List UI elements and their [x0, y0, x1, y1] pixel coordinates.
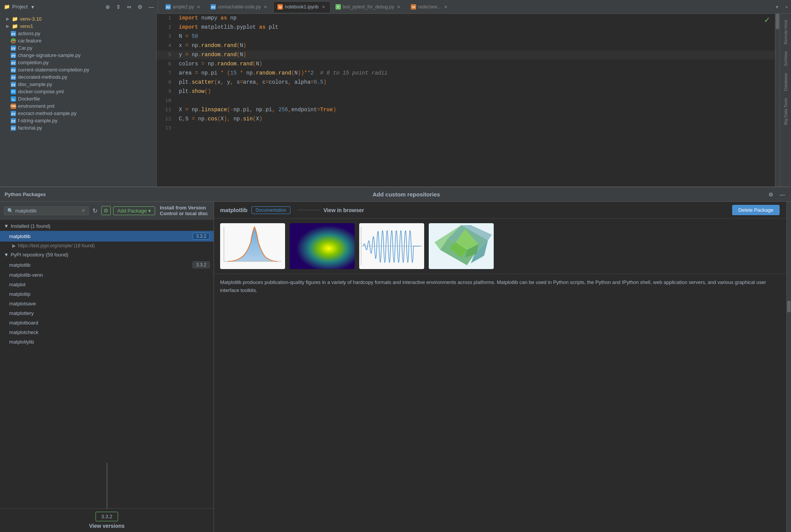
- tab-close-notebook[interactable]: ✕: [321, 4, 326, 10]
- tree-item-changesig[interactable]: py change-signature-sample.py: [0, 52, 156, 59]
- editor-scrollbar-thumb[interactable]: [776, 14, 779, 29]
- add-package-label: Add Package: [117, 208, 147, 214]
- tab-ample2[interactable]: py ample2.py ✕: [161, 1, 206, 13]
- version-box-value: 3.3.2: [101, 514, 112, 519]
- pkg-name-matplot: matplot: [9, 282, 210, 287]
- pkg-description-text: Matplotlib produces publication-quality …: [220, 279, 766, 293]
- search-input[interactable]: [15, 208, 79, 214]
- tab-close-pytest[interactable]: ✕: [396, 4, 402, 10]
- tab-notebook[interactable]: ip notebook1.ipynb ✕: [273, 1, 330, 13]
- tree-item-dockerfile[interactable]: 🐋 Dockerfile: [0, 95, 156, 102]
- pypi-group-header[interactable]: ▼ PyPI repository (59 found): [0, 250, 214, 260]
- project-dropdown-icon[interactable]: ▾: [30, 3, 36, 11]
- collapse-icon[interactable]: ⇔: [125, 3, 133, 11]
- svg-rect-4: [290, 223, 355, 269]
- pkg-item-matplotlib-installed[interactable]: matplotlib 3.3.2: [0, 231, 214, 242]
- code-line-1: 1 import numpy as np: [157, 14, 780, 23]
- sidebar-tab-database[interactable]: Database: [782, 70, 789, 94]
- pkg-item-matplotlip[interactable]: matplotlip: [0, 289, 214, 299]
- detail-header: matplotlib Documentation View in browser…: [214, 202, 791, 219]
- pkg-item-matplotboard[interactable]: matplotboard: [0, 318, 214, 328]
- pkg-item-matplot[interactable]: matplot: [0, 280, 214, 289]
- tab-pytest[interactable]: t test_pytest_for_debug.py ✕: [331, 1, 406, 13]
- tree-item-venv310[interactable]: ▶ 📁 venv-3.10: [0, 15, 156, 23]
- tree-label-venv310: venv-3.10: [20, 16, 42, 22]
- tabs-overflow-btn[interactable]: ▾: [773, 4, 781, 10]
- minimize-icon[interactable]: —: [147, 3, 156, 11]
- documentation-button[interactable]: Documentation: [251, 206, 291, 214]
- file-icon-carpy: py: [11, 45, 16, 51]
- file-icon-actions: py: [11, 31, 16, 36]
- tree-label-actions: actions.py: [18, 31, 41, 36]
- add-package-button[interactable]: Add Package ▾: [113, 206, 155, 215]
- version-box[interactable]: 3.3.2: [96, 512, 118, 521]
- package-detail-panel: matplotlib Documentation View in browser…: [214, 202, 791, 532]
- tree-item-currentstmt[interactable]: py current-statement-completion.py: [0, 66, 156, 73]
- file-icon-envyml: YML: [11, 104, 16, 109]
- detail-scrollbar[interactable]: [786, 202, 791, 532]
- pkg-item-matplotcheck[interactable]: matplotcheck: [0, 328, 214, 337]
- installed-group-header[interactable]: ▼ Installed (1 found): [0, 221, 214, 231]
- code-line-2: 2 import matplotlib.pyplot as plt: [157, 23, 780, 32]
- tree-item-fstring[interactable]: py f-string-sample.py: [0, 117, 156, 124]
- pkg-version-matplotlib-installed[interactable]: 3.3.2: [193, 233, 210, 240]
- code-line-8: 8 plt.scatter(x, y, s=area, c=colors, al…: [157, 78, 780, 87]
- tree-item-excract[interactable]: py excract-method-sample.py: [0, 110, 156, 117]
- tab-label-pytest: test_pytest_for_debug.py: [343, 4, 394, 10]
- tab-close-ample2[interactable]: ✕: [196, 4, 201, 10]
- editor-scrollbar[interactable]: [775, 14, 780, 187]
- tree-folder-icon-venv1: 📁: [12, 23, 18, 29]
- tree-item-carpy[interactable]: py Car.py: [0, 44, 156, 52]
- tree-label-carfeature: car.feature: [18, 38, 41, 44]
- gallery-img-heatmap: [290, 223, 355, 269]
- detail-scrollbar-thumb[interactable]: [787, 301, 791, 312]
- panel-content: 🔍 ✕ ↻ ⚙ Add Package ▾ Install from Versi…: [0, 202, 791, 532]
- panel-minimize-icon[interactable]: —: [778, 191, 786, 198]
- tree-item-decorated[interactable]: py decorated-methods.py: [0, 73, 156, 81]
- sidebar-tab-big-data[interactable]: Big Data Tools: [782, 95, 789, 128]
- tree-item-completion[interactable]: py completion.py: [0, 59, 156, 66]
- tree-label-envyml: environment.yml: [18, 103, 54, 109]
- file-icon-carfeature: 🚗: [11, 38, 16, 44]
- pkg-item-matplotsave[interactable]: matplotsave: [0, 299, 214, 308]
- pkg-version-matplotlib-pypi[interactable]: 3.3.2: [193, 261, 210, 268]
- tab-close-unreachable[interactable]: ✕: [263, 4, 268, 10]
- file-icon-dockercompose: DC: [11, 89, 16, 94]
- tree-item-envyml[interactable]: YML environment.yml: [0, 102, 156, 110]
- tab-unreachable[interactable]: py unreachable-code.py ✕: [206, 1, 272, 13]
- panel-settings-icon[interactable]: ⚙: [767, 191, 775, 198]
- install-label: Install from Version Control or local di…: [160, 205, 210, 216]
- refresh-icon[interactable]: ↻: [91, 206, 99, 215]
- sidebar-tab-sciview[interactable]: SciView: [782, 48, 789, 69]
- pkg-item-matplotlib-pypi[interactable]: matplotlib 3.3.2: [0, 260, 214, 270]
- file-icon-fstring: py: [11, 118, 16, 123]
- delete-package-button[interactable]: Delete Package: [732, 205, 780, 215]
- tree-item-dockercompose[interactable]: DC docker-compose.yml: [0, 88, 156, 95]
- view-versions-area: 3.3.2 View versions: [0, 508, 214, 532]
- pypi-test-group-header[interactable]: ▶ https://test.pypi.org/simple/ (18 foun…: [0, 242, 214, 250]
- search-settings-icon[interactable]: ⚙: [101, 206, 111, 215]
- tree-item-actions[interactable]: py actions.py: [0, 30, 156, 37]
- pkg-item-matplotlibvenn[interactable]: matplotlib-venn: [0, 270, 214, 280]
- settings-icon[interactable]: ⚙: [136, 3, 144, 11]
- tabs-expand-right[interactable]: »: [782, 4, 791, 10]
- tree-item-carfeature[interactable]: 🚗 car.feature: [0, 37, 156, 44]
- tree-item-factorial[interactable]: py factorial.py: [0, 124, 156, 131]
- tree-item-venv1[interactable]: ▶ 📁 venv1: [0, 23, 156, 30]
- tab-icon-notebook: ip: [277, 4, 283, 10]
- search-clear-icon[interactable]: ✕: [81, 208, 85, 213]
- installed-group-label: Installed (1 found): [11, 223, 50, 229]
- tab-redeclare[interactable]: re redeclare... ✕: [407, 1, 453, 13]
- tree-label-excract: excract-method-sample.py: [18, 110, 76, 116]
- expand-icon[interactable]: ⇕: [115, 3, 122, 11]
- globe-icon[interactable]: ⊕: [104, 3, 112, 11]
- tab-close-redeclare[interactable]: ✕: [443, 4, 449, 10]
- tree-label-dockercompose: docker-compose.yml: [18, 89, 64, 94]
- sidebar-tab-remote-host[interactable]: Remote Host: [782, 17, 789, 47]
- right-sidebar: Remote Host SciView Database Big Data To…: [780, 14, 791, 187]
- folder-icon: 📁: [4, 4, 10, 10]
- pkg-item-matplotlylib[interactable]: matplotlylib: [0, 337, 214, 347]
- tree-item-discsample[interactable]: py disc_sample.py: [0, 81, 156, 88]
- tab-icon-redeclare: re: [411, 4, 416, 10]
- pkg-item-matplottery[interactable]: matplottery: [0, 308, 214, 318]
